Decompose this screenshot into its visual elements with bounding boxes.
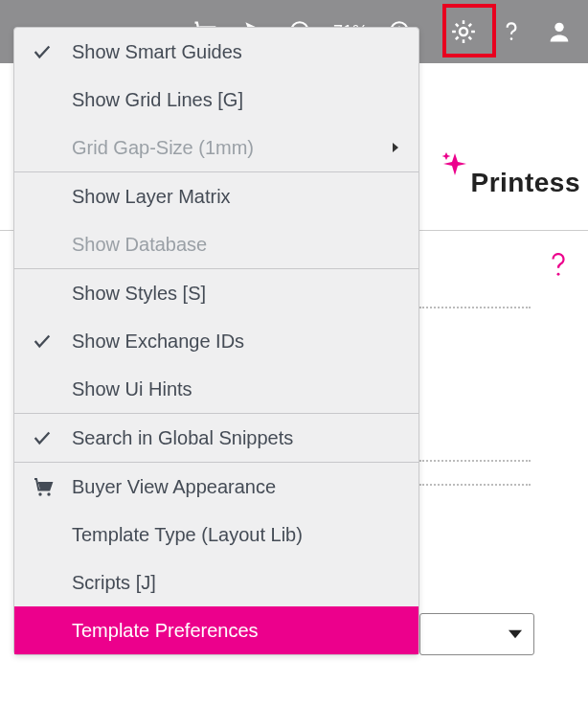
menu-item[interactable]: Show Smart Guides xyxy=(14,28,418,76)
menu-item-label: Template Preferences xyxy=(72,620,405,642)
menu-item-label: Show Ui Hints xyxy=(72,378,405,400)
dotted-field-line xyxy=(419,460,531,462)
menu-item-label: Buyer View Appearance xyxy=(72,476,405,498)
check-icon xyxy=(32,427,72,448)
cart-icon xyxy=(32,475,72,498)
svg-point-11 xyxy=(510,37,513,40)
menu-item-label: Search in Global Snippets xyxy=(72,427,405,449)
menu-item[interactable]: Show Styles [S] xyxy=(14,269,418,317)
help-icon[interactable] xyxy=(492,12,531,51)
menu-item: Show Database xyxy=(14,220,418,268)
menu-item-label: Template Type (Layout Lib) xyxy=(72,524,405,546)
menu-item: Grid Gap-Size (1mm) xyxy=(14,124,418,171)
settings-menu: Show Smart GuidesShow Grid Lines [G]Grid… xyxy=(13,27,419,655)
menu-item[interactable]: Show Exchange IDs xyxy=(14,317,418,365)
menu-item[interactable]: Template Preferences xyxy=(14,606,418,654)
menu-item-label: Show Styles [S] xyxy=(72,283,405,305)
menu-item[interactable]: Buyer View Appearance xyxy=(14,463,418,511)
dotted-field-line xyxy=(419,484,531,486)
user-icon[interactable] xyxy=(540,12,578,51)
menu-item-label: Show Layer Matrix xyxy=(72,186,405,208)
menu-item[interactable]: Template Type (Layout Lib) xyxy=(14,511,418,559)
app-logo: Printess xyxy=(441,163,581,198)
logo-text: Printess xyxy=(471,168,581,198)
menu-item-label: Grid Gap-Size (1mm) xyxy=(72,137,386,159)
svg-point-10 xyxy=(460,28,467,35)
svg-marker-14 xyxy=(441,152,450,160)
check-icon xyxy=(32,331,72,352)
svg-point-17 xyxy=(38,492,41,495)
menu-item[interactable]: Scripts [J] xyxy=(14,559,418,606)
svg-point-15 xyxy=(557,273,560,276)
menu-item[interactable]: Show Grid Lines [G] xyxy=(14,76,418,124)
submenu-arrow-icon xyxy=(386,141,405,154)
menu-item[interactable]: Show Layer Matrix xyxy=(14,172,418,220)
svg-marker-0 xyxy=(509,630,522,638)
svg-point-12 xyxy=(554,23,563,32)
svg-point-18 xyxy=(47,492,50,495)
svg-marker-16 xyxy=(393,143,398,152)
menu-item-label: Show Smart Guides xyxy=(72,41,405,63)
dropdown-field[interactable] xyxy=(419,613,534,655)
menu-item-label: Show Grid Lines [G] xyxy=(72,89,405,111)
chevron-down-icon xyxy=(509,627,522,641)
dotted-field-line xyxy=(419,307,531,308)
menu-item[interactable]: Search in Global Snippets xyxy=(14,414,418,462)
sparkle-icon xyxy=(441,149,469,178)
menu-item-label: Show Exchange IDs xyxy=(72,331,405,353)
context-help-icon[interactable] xyxy=(548,251,569,280)
menu-item-label: Show Database xyxy=(72,234,405,256)
menu-item-label: Scripts [J] xyxy=(72,572,405,594)
menu-item[interactable]: Show Ui Hints xyxy=(14,365,418,413)
gear-icon[interactable] xyxy=(444,12,483,51)
check-icon xyxy=(32,41,72,62)
